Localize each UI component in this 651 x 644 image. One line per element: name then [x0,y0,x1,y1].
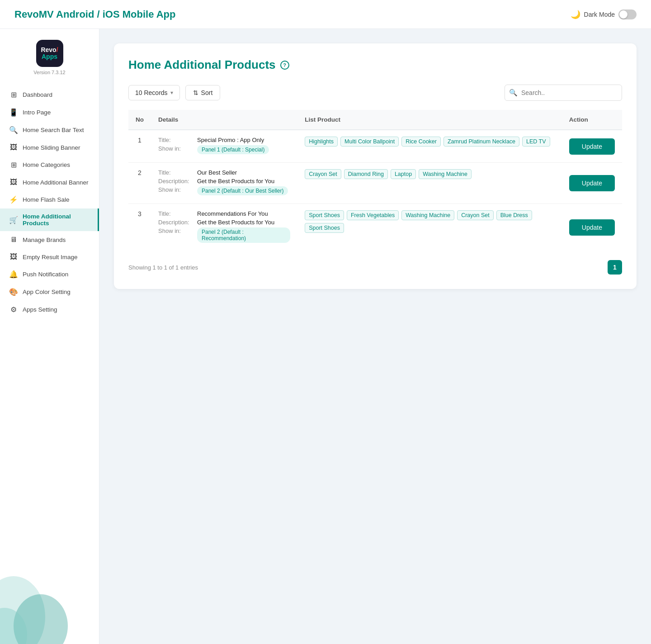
product-tag: Washing Machine [419,169,472,179]
top-nav: RevoMV Android / iOS Mobile App 🌙 Dark M… [0,0,651,29]
cell-action-2: Update [562,163,622,204]
info-icon[interactable]: ? [280,61,289,70]
dark-mode-toggle[interactable]: 🌙 Dark Mode [571,9,637,19]
nav-label-intro-page: Intro Page [23,109,51,116]
nav-label-empty-result: Empty Result Image [23,254,78,260]
nav-label-dashboard: Dashboard [23,91,52,98]
update-button-1[interactable]: Update [569,138,615,155]
cell-details-2: Title:Our Best SellerDescription:Get the… [151,163,297,204]
page-title: Home Additional Products [128,58,276,72]
sidebar-item-home-flash-sale[interactable]: ⚡ Home Flash Sale [0,191,99,208]
sidebar-item-app-color[interactable]: 🎨 App Color Setting [0,283,99,301]
update-button-2[interactable]: Update [569,175,615,191]
nav-label-home-categories: Home Categories [23,161,70,168]
svg-point-1 [14,594,68,644]
search-input[interactable] [505,85,622,101]
svg-point-0 [0,576,45,644]
table-body: 1Title:Special Promo : App OnlyShow in:P… [128,130,622,251]
sidebar-item-push-notification[interactable]: 🔔 Push Notification [0,265,99,283]
cell-details-3: Title:Recommendations For YouDescription… [151,204,297,251]
product-tag: Diamond Ring [344,169,388,179]
value-title: Special Promo : App Only [197,137,264,143]
sidebar-item-intro-page[interactable]: 📱 Intro Page [0,104,99,121]
cell-products-1: HighlightsMulti Color BallpointRice Cook… [297,130,562,163]
product-tag: Washing Machine [401,210,454,220]
value-desc: Get the Best Products for You [197,178,274,185]
table-head: NoDetailsList ProductAction [128,110,622,130]
sidebar-item-home-categories[interactable]: ⊞ Home Categories [0,156,99,174]
nav-label-apps-setting: Apps Setting [23,306,57,313]
logo-apps: Apps [41,53,58,60]
cell-details-1: Title:Special Promo : App OnlyShow in:Pa… [151,130,297,163]
product-tag: Sport Shoes [305,210,344,220]
records-select[interactable]: 10 Records ▾ [128,85,180,100]
sidebar-item-apps-setting[interactable]: ⚙ Apps Setting [0,301,99,318]
dark-mode-label: Dark Mode [584,11,615,18]
showing-text: Showing 1 to 1 of 1 entries [128,264,198,271]
value-desc: Get the Best Products for You [197,219,274,226]
search-container: 🔍 [505,85,622,101]
product-tag: Multi Color Ballpoint [340,137,399,147]
sidebar-item-manage-brands[interactable]: 🖥 Manage Brands [0,231,99,248]
nav-label-home-additional-products: Home Additional Products [23,213,89,227]
panel-badge: Panel 1 (Default : Special) [197,145,269,154]
value-title: Our Best Seller [197,169,237,176]
logo-inner: Revo/ Apps [41,47,58,61]
sort-label: Sort [201,89,213,96]
sidebar-item-home-additional-products[interactable]: 🛒 Home Additional Products [0,208,99,231]
nav-label-push-notification: Push Notification [23,271,68,278]
cell-no-1: 1 [128,130,151,163]
nav-icon-home-search: 🔍 [9,126,18,134]
nav-icon-home-sliding: 🖼 [9,143,18,152]
data-table: NoDetailsList ProductAction 1Title:Speci… [128,110,622,251]
label-show-in: Show in: [158,227,194,234]
label-title: Title: [158,210,194,217]
sidebar-item-home-search[interactable]: 🔍 Home Search Bar Text [0,121,99,139]
app-title: RevoMV Android / iOS Mobile App [14,9,175,20]
table-row: 1Title:Special Promo : App OnlyShow in:P… [128,130,622,163]
sidebar-item-dashboard[interactable]: ⊞ Dashboard [0,86,99,104]
cell-products-2: Crayon SetDiamond RingLaptopWashing Mach… [297,163,562,204]
nav-label-home-search: Home Search Bar Text [23,127,84,133]
nav-icon-app-color: 🎨 [9,288,18,296]
pagination-bar: Showing 1 to 1 of 1 entries 1 [128,260,622,275]
cell-products-3: Sport ShoesFresh VegetablesWashing Machi… [297,204,562,251]
toggle-knob [619,10,627,19]
nav-label-manage-brands: Manage Brands [23,237,66,243]
nav-list: ⊞ Dashboard📱 Intro Page🔍 Home Search Bar… [0,86,99,318]
nav-label-home-additional-banner: Home Additional Banner [23,179,89,186]
nav-icon-intro-page: 📱 [9,108,18,117]
cell-no-3: 3 [128,204,151,251]
product-tag: Crayon Set [305,169,341,179]
dark-mode-switch[interactable] [618,9,637,19]
nav-label-home-sliding: Home Sliding Banner [23,144,80,151]
sidebar: Revo/ Apps Version 7.3.12 ⊞ Dashboard📱 I… [0,29,99,644]
blob-decoration [0,517,99,644]
nav-icon-home-additional-banner: 🖼 [9,178,18,186]
th-details: Details [151,110,297,130]
panel-badge: Panel 2 (Default : Our Best Seller) [197,186,288,195]
nav-icon-dashboard: ⊞ [9,90,18,99]
svg-point-2 [0,608,27,644]
logo-box: Revo/ Apps [36,40,63,67]
page-1-button[interactable]: 1 [608,260,622,275]
sidebar-item-home-sliding[interactable]: 🖼 Home Sliding Banner [0,139,99,156]
th-no: No [128,110,151,130]
sort-icon: ⇅ [193,89,198,96]
panel-badge: Panel 2 (Default : Recommendation) [197,227,290,243]
label-desc: Description: [158,219,194,226]
nav-icon-home-categories: ⊞ [9,161,18,169]
search-icon: 🔍 [509,89,518,97]
value-title: Recommendations For You [197,210,268,217]
product-tag: Rice Cooker [401,137,441,147]
table-row: 2Title:Our Best SellerDescription:Get th… [128,163,622,204]
sort-button[interactable]: ⇅ Sort [185,85,221,100]
product-tag: LED TV [522,137,550,147]
update-button-3[interactable]: Update [569,219,615,236]
label-title: Title: [158,169,194,176]
sidebar-item-home-additional-banner[interactable]: 🖼 Home Additional Banner [0,174,99,191]
label-title: Title: [158,137,194,143]
nav-icon-empty-result: 🖼 [9,253,18,261]
th-action: Action [562,110,622,130]
sidebar-item-empty-result[interactable]: 🖼 Empty Result Image [0,248,99,265]
